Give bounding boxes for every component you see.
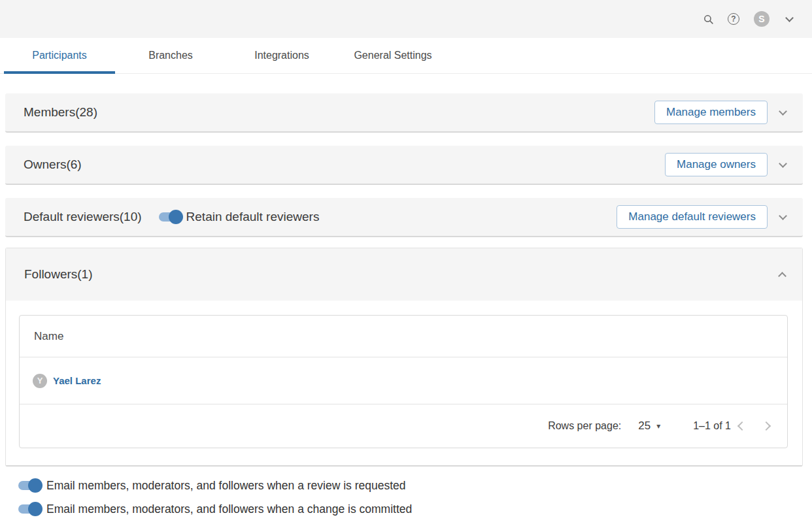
account-menu-chevron-down-icon[interactable]	[787, 18, 792, 21]
table-row: Y Yael Larez	[20, 357, 787, 404]
rows-per-page-value: 25	[638, 419, 651, 433]
tab-participants[interactable]: Participants	[4, 38, 115, 73]
email-on-review-requested-toggle[interactable]	[18, 478, 42, 493]
table-pagination: Rows per page: 25 ▾ 1–1 of 1	[20, 404, 787, 448]
previous-page-button[interactable]	[731, 423, 751, 429]
owners-section-title: Owners(6)	[24, 157, 82, 172]
tab-bar: Participants Branches Integrations Gener…	[0, 38, 812, 74]
rows-per-page-label: Rows per page:	[548, 420, 621, 432]
followers-table-header: Name	[20, 316, 787, 357]
tab-general-settings[interactable]: General Settings	[337, 38, 448, 73]
dropdown-arrow-icon: ▾	[656, 421, 660, 431]
user-avatar[interactable]: S	[754, 11, 770, 27]
email-on-change-committed-row: Email members, moderators, and followers…	[18, 502, 803, 516]
default-reviewers-section-title: Default reviewers(10)	[24, 210, 142, 224]
chevron-right-icon	[761, 421, 770, 431]
followers-section-header: Followers(1)	[6, 248, 802, 301]
next-page-button[interactable]	[751, 423, 770, 429]
follower-avatar: Y	[33, 374, 47, 388]
retain-default-reviewers-label: Retain default reviewers	[186, 210, 320, 224]
follower-name-link[interactable]: Yael Larez	[53, 375, 101, 386]
followers-section-body: Name Y Yael Larez Rows per page: 25 ▾ 1–…	[6, 301, 802, 465]
participants-content: Members(28) Manage members Owners(6) Man…	[0, 74, 812, 516]
default-reviewers-section: Default reviewers(10) Retain default rev…	[5, 198, 803, 237]
followers-section-title: Followers(1)	[24, 267, 93, 282]
pagination-range-label: 1–1 of 1	[693, 420, 731, 432]
email-on-review-requested-label: Email members, moderators, and followers…	[46, 479, 406, 493]
members-chevron-down-icon[interactable]	[771, 111, 794, 114]
default-reviewers-chevron-down-icon[interactable]	[771, 216, 794, 219]
tab-integrations[interactable]: Integrations	[226, 38, 337, 73]
column-header-name: Name	[34, 330, 63, 343]
help-icon[interactable]: ?	[728, 13, 739, 25]
owners-chevron-down-icon[interactable]	[771, 163, 794, 167]
tab-branches[interactable]: Branches	[115, 38, 226, 73]
rows-per-page-select[interactable]: 25 ▾	[638, 419, 660, 433]
owners-section: Owners(6) Manage owners	[5, 146, 803, 185]
chevron-left-icon	[737, 421, 746, 431]
followers-chevron-up-icon[interactable]	[771, 271, 793, 279]
manage-members-button[interactable]: Manage members	[654, 101, 768, 124]
email-on-change-committed-toggle[interactable]	[18, 502, 42, 516]
topbar: ? S	[0, 0, 812, 38]
followers-table: Name Y Yael Larez Rows per page: 25 ▾ 1–…	[19, 315, 788, 448]
manage-owners-button[interactable]: Manage owners	[665, 153, 768, 176]
retain-default-reviewers-toggle[interactable]	[159, 210, 182, 224]
email-on-change-committed-label: Email members, moderators, and followers…	[46, 502, 412, 516]
members-section: Members(28) Manage members	[5, 93, 803, 133]
email-on-review-requested-row: Email members, moderators, and followers…	[18, 478, 803, 493]
followers-section: Followers(1) Name Y Yael Larez Rows per …	[5, 248, 803, 467]
search-icon[interactable]	[703, 14, 714, 25]
members-section-title: Members(28)	[24, 105, 97, 120]
email-notification-settings: Email members, moderators, and followers…	[5, 478, 803, 516]
manage-default-reviewers-button[interactable]: Manage default reviewers	[617, 205, 768, 229]
